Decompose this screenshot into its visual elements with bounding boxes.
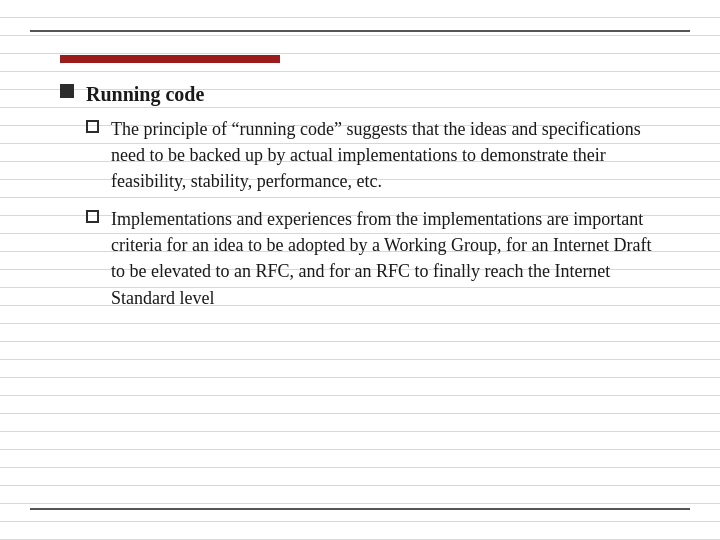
main-item-label: Running code xyxy=(86,80,204,108)
bullet-square-icon xyxy=(60,84,74,98)
slide-content: Running code The principle of “running c… xyxy=(0,0,720,540)
sub-list: The principle of “running code” suggests… xyxy=(86,116,660,311)
list-item: Running code xyxy=(60,80,660,108)
top-rule xyxy=(30,30,690,32)
top-accent-bar xyxy=(60,55,280,63)
main-list: Running code The principle of “running c… xyxy=(60,80,660,311)
sub-item-text: Implementations and experiences from the… xyxy=(111,206,660,310)
sub-list-item: The principle of “running code” suggests… xyxy=(86,116,660,194)
sub-item-text: The principle of “running code” suggests… xyxy=(111,116,660,194)
sub-list-item: Implementations and experiences from the… xyxy=(86,206,660,310)
bullet-outline-icon xyxy=(86,120,99,133)
slide: Running code The principle of “running c… xyxy=(0,0,720,540)
bullet-outline-icon xyxy=(86,210,99,223)
bottom-rule xyxy=(30,508,690,510)
